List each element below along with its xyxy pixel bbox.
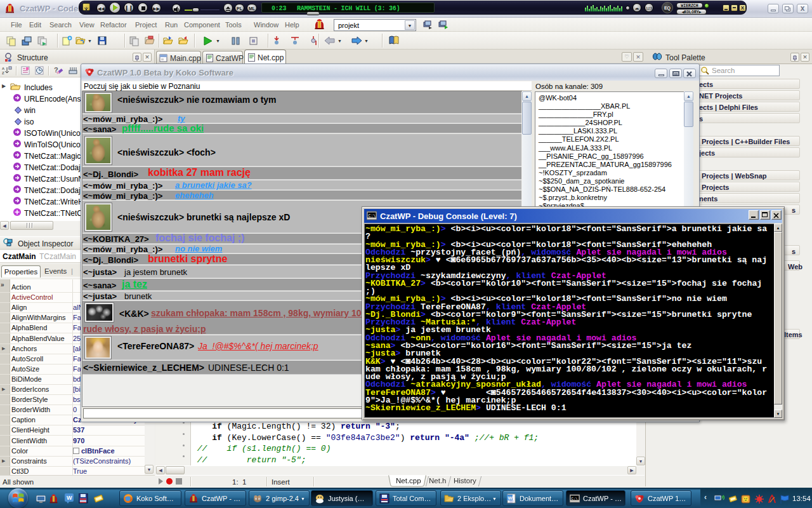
svg-text:A: A bbox=[2, 67, 4, 70]
svg-text:C:\: C:\ bbox=[572, 497, 578, 501]
svg-text:Z: Z bbox=[2, 71, 4, 75]
svg-text:W: W bbox=[67, 495, 72, 501]
svg-text:C:\: C:\ bbox=[369, 214, 376, 218]
svg-text:W: W bbox=[508, 495, 513, 501]
